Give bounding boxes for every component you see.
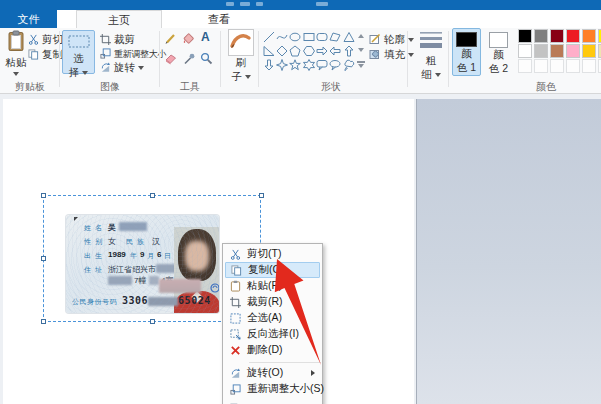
shape-left-arrow[interactable]	[329, 44, 342, 58]
scissors-icon	[228, 248, 242, 260]
brushes-button[interactable]: 刷 子	[226, 29, 256, 84]
palette-swatch[interactable]	[566, 59, 580, 73]
selection-handle-left-middle[interactable]	[41, 256, 46, 261]
palette-swatch[interactable]	[566, 29, 580, 43]
palette-swatch[interactable]	[534, 59, 548, 73]
selection-handle-top-right[interactable]	[259, 193, 264, 198]
shape-six-point-star[interactable]	[302, 58, 315, 72]
fill-label: 填充	[384, 48, 414, 62]
eraser-tool[interactable]	[164, 51, 177, 69]
rotate-button[interactable]: 旋转	[100, 59, 144, 77]
palette-swatch[interactable]	[566, 44, 580, 58]
shapes-scroll-up-icon[interactable]	[358, 34, 364, 38]
menu-item-invert-selection[interactable]: 反向选择(I)	[225, 326, 320, 342]
shape-rounded-callout[interactable]	[316, 58, 329, 72]
menu-item-select-all[interactable]: 全选(A)	[225, 310, 320, 326]
selection-handle-bottom-middle[interactable]	[150, 319, 155, 324]
rotate-icon	[100, 59, 111, 77]
eyedropper-tool[interactable]	[183, 51, 196, 69]
menu-item-copy[interactable]: 复制(C)	[225, 262, 320, 278]
shape-hexagon[interactable]	[302, 44, 315, 58]
shape-oval-callout[interactable]	[329, 58, 342, 72]
text-tool[interactable]: A	[201, 30, 210, 44]
fill-icon	[369, 46, 381, 64]
selection-handle-bottom-left[interactable]	[41, 319, 46, 324]
menu-item-resize[interactable]: 重新调整大小(S)	[225, 381, 320, 397]
submenu-arrow-icon	[311, 370, 315, 376]
eyedropper-icon	[183, 52, 196, 65]
menu-item-paste[interactable]: 粘贴(P)	[225, 278, 320, 294]
tab-file[interactable]: 文件	[0, 10, 57, 28]
menu-item-rotate[interactable]: 旋转(O)	[225, 365, 320, 381]
menu-item-partial[interactable]	[225, 397, 320, 404]
color2-button[interactable]: 颜 色 2	[484, 28, 513, 76]
menu-item-cut[interactable]: 剪切(T)	[225, 246, 320, 262]
shape-line[interactable]	[262, 30, 275, 44]
palette-swatch[interactable]	[550, 59, 564, 73]
shapes-more-arrow-icon[interactable]	[358, 64, 364, 68]
color1-button[interactable]: 颜 色 1	[452, 28, 481, 76]
invert-selection-icon	[228, 328, 242, 340]
pencil-icon	[164, 32, 177, 45]
shape-rectangle[interactable]	[302, 30, 315, 44]
brushes-label-2: 子	[231, 70, 250, 84]
shapes-more-icon[interactable]	[357, 61, 365, 63]
selection-handle-top-middle[interactable]	[150, 193, 155, 198]
tab-view[interactable]: 查看	[183, 10, 255, 28]
size-label-1: 粗	[426, 54, 437, 68]
palette-swatch[interactable]	[534, 29, 548, 43]
color1-label-2: 色 1	[457, 61, 476, 75]
shape-polygon[interactable]	[329, 30, 342, 44]
chevron-down-icon	[13, 72, 19, 76]
delete-icon	[228, 344, 242, 356]
shape-four-point-star[interactable]	[275, 58, 288, 72]
rotate-label: 旋转	[114, 61, 144, 75]
palette-swatch[interactable]	[550, 44, 564, 58]
magnifier-tool[interactable]	[200, 51, 213, 69]
shape-right-triangle[interactable]	[262, 44, 275, 58]
copy-button[interactable]: 复制	[28, 46, 63, 64]
palette-swatch[interactable]	[550, 29, 564, 43]
shape-triangle[interactable]	[342, 30, 355, 44]
shape-rounded-rectangle[interactable]	[316, 30, 329, 44]
palette-swatch[interactable]	[518, 59, 532, 73]
shape-ellipse[interactable]	[289, 30, 302, 44]
shape-up-arrow[interactable]	[342, 44, 355, 58]
shape-cloud-callout[interactable]	[342, 58, 355, 72]
color2-label-2: 色 2	[489, 62, 508, 76]
palette-swatch[interactable]	[518, 29, 532, 43]
tab-home[interactable]: 主页	[76, 10, 162, 28]
shapes-scroll-down-icon[interactable]	[358, 48, 364, 52]
titlebar-artifact	[316, 2, 328, 6]
size-label-2: 细	[421, 68, 440, 82]
size-button[interactable]: 粗 细	[413, 30, 449, 82]
shape-five-point-star[interactable]	[289, 58, 302, 72]
shape-diamond[interactable]	[275, 44, 288, 58]
group-divider	[59, 31, 60, 87]
select-button[interactable]: 选 择	[62, 30, 95, 74]
palette-swatch[interactable]	[582, 59, 596, 73]
shape-curve[interactable]	[275, 30, 288, 44]
palette-swatch[interactable]	[534, 44, 548, 58]
shape-pentagon[interactable]	[289, 44, 302, 58]
titlebar-artifact	[240, 2, 250, 6]
group-divider	[159, 31, 160, 87]
chevron-down-icon	[82, 71, 88, 75]
line-thickness-icon	[418, 30, 444, 54]
paste-button[interactable]: 粘贴	[2, 30, 30, 76]
shape-right-arrow[interactable]	[316, 44, 329, 58]
menu-item-delete[interactable]: 删除(D)	[225, 342, 320, 358]
fill-bucket-tool[interactable]	[182, 31, 195, 49]
pencil-tool[interactable]	[164, 31, 177, 49]
clipboard-icon	[7, 30, 25, 56]
palette-swatch[interactable]	[582, 29, 596, 43]
palette-swatch[interactable]	[518, 44, 532, 58]
menu-item-crop[interactable]: 裁剪(R)	[225, 294, 320, 310]
color1-swatch	[456, 32, 477, 47]
color2-label-1: 颜	[493, 48, 504, 62]
palette-swatch[interactable]	[582, 44, 596, 58]
selection-handle-top-left[interactable]	[41, 193, 46, 198]
menu-separator	[249, 362, 321, 363]
paste-icon	[228, 280, 242, 292]
shape-down-arrow[interactable]	[262, 58, 275, 72]
